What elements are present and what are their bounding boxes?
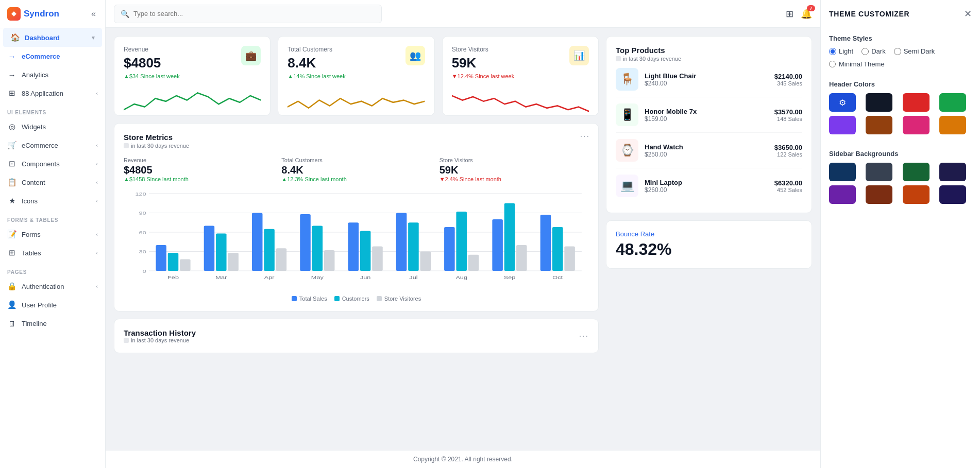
search-box[interactable]: 🔍 bbox=[114, 5, 382, 23]
transaction-menu[interactable]: ··· bbox=[579, 332, 589, 341]
product-item-3: 💻 Mini Laptop $260.00 $6320.00 452 Sales bbox=[616, 168, 802, 203]
application-icon: ⊞ bbox=[7, 89, 16, 98]
svg-rect-35 bbox=[444, 227, 455, 271]
sidebar-color-swatch-6[interactable] bbox=[903, 185, 930, 204]
header-color-swatch-4[interactable] bbox=[829, 116, 856, 134]
forms-icon: 📝 bbox=[7, 230, 16, 239]
header-color-swatch-5[interactable] bbox=[866, 116, 892, 134]
sidebar-label-timeline: Timeline bbox=[22, 320, 47, 327]
dashboard-arrow: ▾ bbox=[92, 34, 95, 41]
theme-semi-dark-option[interactable]: Semi Dark bbox=[894, 47, 935, 55]
sidebar-item-content[interactable]: 📋 Content ‹ bbox=[0, 173, 105, 192]
product-revenue-1: $3570.00 148 Sales bbox=[774, 108, 802, 122]
sidebar-label-ecommerce2: eCommerce bbox=[22, 142, 58, 149]
transaction-title: Transaction History bbox=[124, 328, 196, 337]
svg-text:90: 90 bbox=[139, 211, 146, 216]
svg-text:Jul: Jul bbox=[409, 275, 417, 280]
sidebar-item-application[interactable]: ⊞ 88 Application ‹ bbox=[0, 84, 105, 102]
stat-value-0: $4805 bbox=[124, 55, 180, 71]
legend-customers: Customers bbox=[334, 296, 369, 302]
sidebar-item-ecommerce[interactable]: → eCommerce bbox=[0, 47, 105, 65]
theme-dark-option[interactable]: Dark bbox=[861, 47, 885, 55]
sidebar-color-swatch-2[interactable] bbox=[903, 163, 930, 181]
stat-value-1: 8.4K bbox=[288, 55, 345, 71]
theme-close-button[interactable]: ✕ bbox=[964, 8, 972, 20]
header-color-swatch-3[interactable] bbox=[939, 93, 966, 112]
svg-rect-43 bbox=[540, 215, 551, 271]
sidebar-item-tables[interactable]: ⊞ Tables ‹ bbox=[0, 244, 105, 262]
svg-rect-12 bbox=[168, 253, 179, 271]
stat-card-1: Total Customers 8.4K ▲14% Since last wee… bbox=[278, 36, 434, 116]
sidebar-item-authentication[interactable]: 🔒 Authentication ‹ bbox=[0, 277, 105, 296]
sidebar: Syndron « 🏠 Dashboard ▾ → eCommerce → An… bbox=[0, 0, 106, 468]
svg-rect-23 bbox=[300, 214, 311, 271]
product-info-1: Honor Mobile 7x $159.00 bbox=[645, 108, 697, 123]
sidebar-item-dashboard[interactable]: 🏠 Dashboard ▾ bbox=[3, 28, 102, 47]
minimal-theme-label: Minimal Theme bbox=[839, 60, 885, 68]
sidebar-color-swatch-0[interactable] bbox=[829, 163, 856, 181]
header-color-swatch-6[interactable] bbox=[903, 116, 930, 134]
pages-label: PAGES bbox=[0, 262, 105, 277]
svg-rect-27 bbox=[348, 222, 359, 271]
header-color-swatch-2[interactable] bbox=[903, 93, 930, 112]
grid-icon[interactable]: ⊞ bbox=[786, 8, 793, 20]
header-right: ⊞ 🔔 7 bbox=[786, 8, 812, 20]
sidebar-item-timeline[interactable]: 🗓 Timeline bbox=[0, 314, 105, 333]
product-price-2: $250.00 bbox=[645, 151, 683, 158]
icons-icon: ★ bbox=[7, 196, 16, 205]
sidebar-item-widgets[interactable]: ◎ Widgets bbox=[0, 117, 105, 136]
dashboard-icon: 🏠 bbox=[10, 33, 20, 42]
sidebar-color-swatch-5[interactable] bbox=[866, 185, 892, 204]
theme-panel-title: THEME CUSTOMIZER bbox=[829, 10, 909, 18]
product-sales-2: 122 Sales bbox=[774, 151, 802, 158]
sidebar-label-dashboard: Dashboard bbox=[25, 34, 60, 42]
header-color-swatch-7[interactable] bbox=[939, 116, 966, 134]
search-input[interactable] bbox=[133, 10, 375, 18]
content-right: Top Products in last 30 days revenue 🪑 L… bbox=[606, 36, 812, 442]
metrics-row: Revenue $4805 ▲$1458 Since last month To… bbox=[124, 157, 589, 182]
minimal-theme-option[interactable]: Minimal Theme bbox=[829, 60, 972, 68]
bounce-rate-label: Bounce Rate bbox=[616, 230, 802, 238]
sidebar-color-swatch-4[interactable] bbox=[829, 185, 856, 204]
svg-text:Aug: Aug bbox=[455, 275, 467, 280]
ecommerce2-icon: 🛒 bbox=[7, 141, 16, 150]
stat-chart-2 bbox=[452, 84, 589, 115]
sidebar-logo: Syndron « bbox=[0, 0, 105, 28]
active-color-gear-icon: ⚙ bbox=[839, 98, 846, 108]
sidebar-label-user-profile: User Profile bbox=[22, 301, 57, 309]
bounce-rate-card: Bounce Rate 48.32% bbox=[606, 220, 812, 269]
sidebar-color-swatch-7[interactable] bbox=[939, 185, 966, 204]
stat-icon-1: 👥 bbox=[405, 46, 425, 65]
sidebar-collapse-button[interactable]: « bbox=[89, 8, 98, 20]
svg-rect-17 bbox=[228, 253, 239, 271]
sidebar-item-ecommerce2[interactable]: 🛒 eCommerce ‹ bbox=[0, 136, 105, 154]
legend-dot-visitors bbox=[377, 296, 382, 301]
stat-label-2: Store Visitors bbox=[452, 46, 515, 53]
svg-rect-45 bbox=[564, 247, 575, 271]
chart-legend: Total Sales Customers Store Visitores bbox=[124, 296, 589, 302]
sidebar-label-analytics: Analytics bbox=[22, 71, 48, 79]
transaction-history-card: Transaction History in last 30 days reve… bbox=[114, 319, 599, 353]
sidebar-color-swatch-1[interactable] bbox=[866, 163, 892, 181]
svg-rect-11 bbox=[156, 245, 166, 271]
metric-visitors: Store Visitors 59K ▼2.4% Since last mont… bbox=[440, 157, 589, 182]
sidebar-item-components[interactable]: ⊡ Components ‹ bbox=[0, 154, 105, 173]
product-revenue-2: $3650.00 122 Sales bbox=[774, 144, 802, 158]
stat-change-2: ▼12.4% Since last week bbox=[452, 73, 515, 79]
sidebar-color-swatch-3[interactable] bbox=[939, 163, 966, 181]
content-icon: 📋 bbox=[7, 178, 16, 187]
store-metrics-menu[interactable]: ··· bbox=[580, 132, 590, 141]
svg-rect-28 bbox=[360, 231, 371, 271]
header-color-swatch-1[interactable] bbox=[866, 93, 892, 112]
notification-button[interactable]: 🔔 7 bbox=[801, 8, 812, 20]
sidebar-item-user-profile[interactable]: 👤 User Profile bbox=[0, 296, 105, 314]
header-color-swatch-0[interactable]: ⚙ bbox=[829, 93, 856, 112]
sidebar-item-forms[interactable]: 📝 Forms ‹ bbox=[0, 225, 105, 244]
content-left: Revenue $4805 ▲$34 Since last week 💼 Tot… bbox=[114, 36, 599, 442]
sidebar-item-icons[interactable]: ★ Icons ‹ bbox=[0, 192, 105, 210]
product-item-2: ⌚ Hand Watch $250.00 $3650.00 122 Sales bbox=[616, 133, 802, 168]
theme-light-option[interactable]: Light bbox=[829, 47, 853, 55]
header: 🔍 ⊞ 🔔 7 bbox=[106, 0, 820, 28]
sidebar-item-analytics[interactable]: → Analytics bbox=[0, 65, 105, 84]
product-revenue-0: $2140.00 345 Sales bbox=[774, 73, 802, 86]
